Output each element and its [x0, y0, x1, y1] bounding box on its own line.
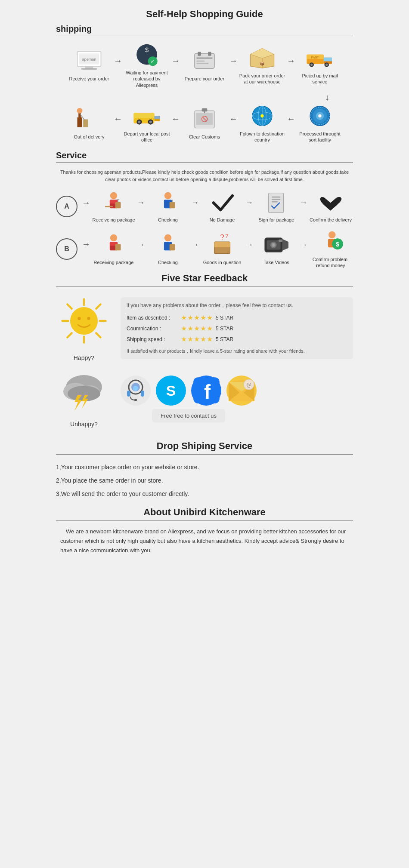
svg-rect-64 — [105, 206, 112, 207]
service-row-b: B → Receiving package → — [56, 229, 353, 269]
drop-section: Drop Shiping Service 1,Your customer pla… — [56, 440, 353, 500]
rating-row-1: Item as described : ★★★★★ 5 STAR — [127, 314, 347, 322]
shipping-row-1: apeman Receive your order → $ ✓ Waiting … — [56, 42, 353, 88]
svg-text:$: $ — [145, 46, 149, 53]
feedback-content: Happy? if you have any problems about th… — [56, 293, 353, 366]
destination-icon — [247, 103, 277, 129]
svg-rect-76 — [115, 244, 121, 251]
ship-step-9: Folown to destination country — [239, 103, 286, 143]
service-divider — [56, 162, 353, 163]
contact-label: Free free to contact us — [161, 412, 217, 419]
about-text: We are a newborn kitchenware brand on Al… — [56, 527, 353, 555]
arrow-1: → — [114, 56, 122, 74]
service-row-a: A → Receiveing package → — [56, 190, 353, 223]
svc-a-label-3: No Damage — [210, 217, 235, 223]
svg-rect-114 — [141, 391, 144, 397]
svc-a-step-4: Sign for package — [254, 190, 299, 223]
shipping-section-title: shipping — [56, 24, 353, 34]
no-damage-icon — [208, 190, 236, 215]
svg-line-100 — [96, 333, 100, 338]
svg-text:f: f — [204, 381, 211, 403]
svg-rect-30 — [77, 117, 82, 127]
ship-step-10: Processed throught sort facility — [296, 103, 344, 143]
ship-step-8: 🚫 Clear Customs — [181, 106, 228, 140]
svg-line-101 — [96, 305, 100, 309]
svg-rect-79 — [169, 244, 175, 251]
ship-step-3: Prepare your order — [181, 48, 228, 82]
ship-step-2: $ ✓ Waiting for payment realeased by Ali… — [123, 42, 170, 88]
prepare-icon — [189, 48, 220, 74]
svc-arrow-b2: → — [191, 240, 199, 257]
ship-label-6: Out of delivery — [74, 134, 105, 140]
rating-row-3: Shipping speed : ★★★★★ 5 STAR — [127, 335, 347, 343]
about-divider — [56, 520, 353, 521]
svc-arrow-a2: → — [191, 198, 199, 215]
feedback-title: Five Star Feedback — [56, 273, 353, 284]
svg-point-32 — [77, 108, 83, 113]
rating-label-3: Shipping speed : — [127, 336, 178, 342]
svg-point-105 — [87, 317, 90, 320]
svc-b-step-1: Receiving package — [91, 232, 136, 265]
about-section: About Unibird Kitchenware We are a newbo… — [56, 507, 353, 555]
headset-icon — [121, 376, 151, 406]
out-delivery-icon — [74, 106, 104, 132]
ship-step-4: 📦 Pack your order order at our warehouse — [239, 45, 286, 85]
svc-arrow-b1: → — [137, 240, 145, 257]
svc-a-step-2: Checking — [146, 190, 190, 223]
svg-text:$: $ — [336, 241, 339, 248]
service-description: Thanks for choosing apeman products.Plea… — [56, 169, 353, 183]
sort-facility-icon — [305, 103, 335, 129]
svg-rect-113 — [127, 391, 130, 397]
svg-point-117 — [134, 399, 137, 401]
happy-label: Happy? — [56, 354, 112, 361]
facebook-icon: f — [191, 376, 221, 406]
svc-arrow-b3: → — [245, 240, 253, 257]
payment-icon: $ ✓ — [132, 42, 162, 68]
ship-step-1: apeman Receive your order — [65, 48, 113, 82]
svg-marker-90 — [282, 239, 288, 251]
svg-rect-70 — [272, 197, 280, 198]
svg-point-58 — [110, 192, 117, 200]
svg-text:apeman: apeman — [82, 57, 96, 61]
page: Self-Help Shopping Guide shipping apeman… — [43, 0, 366, 564]
pack-icon: 📦 — [247, 45, 277, 71]
svg-rect-89 — [279, 240, 282, 242]
drop-item-3: 3,We will send the order to your custome… — [56, 487, 353, 501]
row-b-label: B — [56, 238, 77, 260]
ship-step-6: Out of delivery — [65, 106, 113, 140]
feedback-message: if you have any problems about the order… — [127, 302, 347, 309]
shipping-divider — [56, 36, 353, 36]
svc-b-label-2: Checking — [158, 259, 178, 265]
svg-rect-46 — [202, 108, 208, 111]
svg-point-116 — [133, 386, 138, 391]
ship-label-10: Processed throught sort facility — [296, 131, 344, 143]
svg-rect-11 — [208, 52, 211, 55]
svg-point-73 — [110, 234, 117, 242]
unhappy-label: Unhappy? — [56, 421, 112, 428]
svg-rect-4 — [81, 68, 97, 70]
refund-icon: $ — [317, 229, 345, 255]
rating-value-2: 5 STAR — [216, 326, 233, 332]
svg-rect-67 — [169, 202, 175, 209]
sign-package-icon — [263, 190, 291, 215]
svg-rect-42 — [155, 116, 160, 119]
confirm-delivery-icon — [317, 190, 345, 215]
drop-divider — [56, 454, 353, 455]
ship-label-9: Folown to destination country — [239, 131, 286, 143]
svc-a-label-1: Receiveing package — [92, 217, 135, 223]
svg-point-88 — [273, 244, 274, 246]
svc-b-step-3: ? ? Goods in question — [200, 232, 245, 265]
ship-step-7: Depart your local post office — [123, 103, 170, 143]
arrow-4: → — [287, 56, 295, 74]
svc-arrow-a4: → — [300, 198, 307, 215]
svg-rect-33 — [83, 119, 88, 127]
free-contact-box: Free free to contact us — [152, 409, 225, 422]
customs-icon: 🚫 — [189, 106, 220, 132]
rating-value-1: 5 STAR — [216, 315, 233, 321]
drop-item-2: 2,You place the same order in our store. — [56, 474, 353, 487]
rating-stars-3: ★★★★★ — [181, 335, 213, 343]
ship-label-5: Picjed up by mail service — [296, 73, 344, 85]
contact-box: S f — [121, 376, 257, 422]
happy-sun-icon — [56, 297, 112, 353]
svg-rect-12 — [197, 57, 213, 59]
